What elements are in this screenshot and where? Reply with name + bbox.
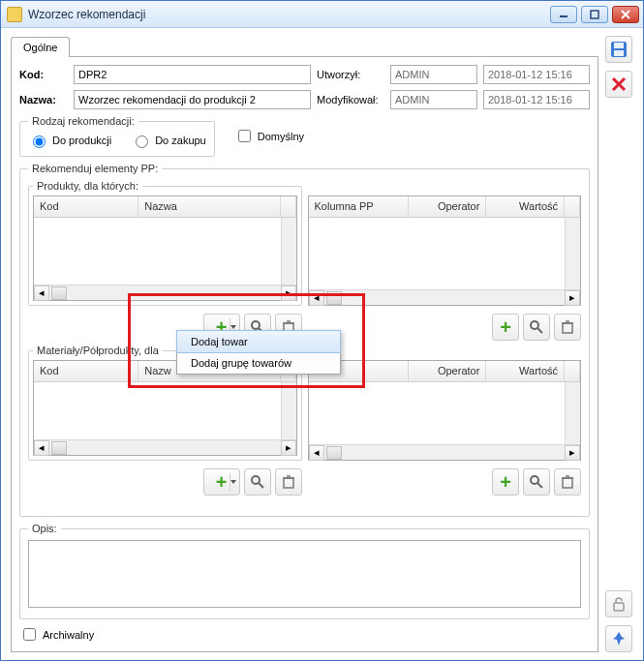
svg-rect-12 bbox=[563, 323, 572, 333]
svg-line-11 bbox=[537, 328, 542, 333]
trash-button[interactable] bbox=[554, 314, 581, 341]
opis-label: Opis: bbox=[28, 523, 61, 534]
save-icon bbox=[610, 41, 628, 58]
utworzyl-label: Utworzył: bbox=[317, 69, 384, 80]
save-button[interactable] bbox=[605, 36, 632, 63]
svg-point-16 bbox=[252, 476, 260, 484]
svg-rect-27 bbox=[614, 43, 624, 48]
add-icon: + bbox=[500, 472, 511, 492]
menu-item-dodaj-grupe[interactable]: Dodaj grupę towarów bbox=[177, 352, 340, 374]
delete-icon bbox=[611, 76, 627, 92]
kod-label: Kod: bbox=[19, 69, 68, 80]
scroll-right-icon[interactable]: ▸ bbox=[281, 440, 296, 456]
maximize-button[interactable] bbox=[581, 6, 608, 23]
add-button[interactable]: + bbox=[492, 314, 519, 341]
col-kod[interactable]: Kod bbox=[34, 361, 138, 381]
scroll-thumb[interactable] bbox=[326, 291, 342, 305]
delete-button[interactable] bbox=[605, 71, 632, 98]
chevron-down-icon bbox=[230, 480, 236, 484]
rekomenduj-legend: Rekomenduj elementy PP: bbox=[28, 163, 162, 174]
scroll-thumb[interactable] bbox=[51, 441, 67, 455]
default-checkbox-input[interactable] bbox=[238, 130, 251, 142]
svg-rect-18 bbox=[284, 478, 293, 488]
scroll-left-icon[interactable]: ◂ bbox=[34, 285, 49, 301]
kod-input[interactable] bbox=[74, 65, 311, 84]
materialy-legend: Materiały/Półprodukty, dla bbox=[33, 345, 163, 356]
trash-icon bbox=[561, 319, 574, 335]
context-menu: Dodaj towar Dodaj grupę towarów bbox=[176, 330, 341, 375]
add-button-split[interactable]: + bbox=[203, 468, 240, 496]
scrollbar-h[interactable]: ◂ ▸ bbox=[34, 285, 296, 300]
scrollbar-v[interactable] bbox=[565, 218, 580, 289]
scroll-left-icon[interactable]: ◂ bbox=[309, 290, 324, 306]
utworzyl-user bbox=[390, 65, 477, 84]
modyfikowal-user bbox=[390, 90, 477, 109]
scroll-right-icon[interactable]: ▸ bbox=[565, 445, 580, 461]
scroll-thumb[interactable] bbox=[326, 446, 342, 460]
svg-marker-4 bbox=[230, 325, 236, 329]
opis-textarea[interactable] bbox=[28, 540, 581, 608]
radio-do-zakupu[interactable]: Do zakupu bbox=[131, 133, 206, 148]
tab-strip: Ogólne bbox=[11, 36, 598, 56]
svg-rect-31 bbox=[614, 603, 624, 611]
app-window: Wzorzec rekomendacji Ogólne Kod: bbox=[0, 0, 644, 661]
col-operator[interactable]: Operator bbox=[409, 361, 487, 381]
search-button[interactable] bbox=[523, 314, 550, 341]
pin-button[interactable] bbox=[605, 625, 632, 652]
col-wartosc[interactable]: Wartość bbox=[486, 196, 565, 217]
close-button[interactable] bbox=[612, 6, 639, 23]
radio-do-produkcji[interactable]: Do produkcji bbox=[28, 133, 111, 148]
col-wartosc[interactable]: Wartość bbox=[486, 361, 565, 381]
scrollbar-h[interactable]: ◂ ▸ bbox=[34, 439, 296, 455]
add-button[interactable]: + bbox=[492, 468, 519, 496]
radio-do-produkcji-input[interactable] bbox=[33, 135, 46, 148]
search-button[interactable] bbox=[523, 468, 550, 496]
unlock-icon bbox=[611, 596, 627, 612]
search-icon bbox=[529, 319, 544, 335]
scrollbar-h[interactable]: ◂ ▸ bbox=[309, 444, 581, 460]
scroll-right-icon[interactable]: ▸ bbox=[281, 285, 296, 301]
trash-button[interactable] bbox=[275, 468, 302, 496]
scroll-left-icon[interactable]: ◂ bbox=[34, 440, 49, 456]
svg-point-5 bbox=[252, 321, 260, 329]
titlebar: Wzorzec rekomendacji bbox=[1, 1, 643, 28]
archiwalny-checkbox-input[interactable] bbox=[23, 628, 36, 641]
menu-item-dodaj-towar[interactable]: Dodaj towar bbox=[176, 330, 341, 353]
maximize-icon bbox=[590, 10, 599, 19]
minimize-button[interactable] bbox=[550, 6, 577, 23]
nazwa-label: Nazwa: bbox=[19, 94, 68, 105]
scrollbar-v[interactable] bbox=[565, 382, 580, 444]
col-kolumna-pp[interactable]: Kolumna PP bbox=[309, 196, 409, 217]
svg-point-21 bbox=[531, 476, 538, 484]
col-nazwa[interactable]: Nazwa bbox=[138, 196, 280, 217]
scroll-thumb[interactable] bbox=[51, 286, 67, 300]
trash-button[interactable] bbox=[554, 468, 581, 496]
search-button[interactable] bbox=[244, 468, 271, 496]
grid-produkty[interactable]: Kod Nazwa ◂ bbox=[33, 195, 297, 301]
grid-produkty-cond[interactable]: Kolumna PP Operator Wartość ◂ bbox=[308, 195, 582, 306]
radio-do-zakupu-input[interactable] bbox=[136, 135, 148, 148]
svg-rect-28 bbox=[614, 50, 624, 56]
app-icon bbox=[7, 7, 22, 22]
grid-materialy-cond[interactable]: Operator Wartość ◂ ▸ bbox=[308, 360, 582, 461]
archiwalny-checkbox[interactable]: Archiwalny bbox=[19, 625, 590, 644]
scrollbar-v[interactable] bbox=[281, 382, 296, 439]
nazwa-input[interactable] bbox=[74, 90, 311, 109]
trash-icon bbox=[282, 474, 295, 490]
minimize-icon bbox=[559, 10, 568, 19]
produkty-legend: Produkty, dla których: bbox=[33, 180, 142, 192]
scroll-right-icon[interactable]: ▸ bbox=[565, 290, 580, 306]
default-checkbox[interactable]: Domyślny bbox=[234, 127, 304, 145]
tab-general[interactable]: Ogólne bbox=[11, 37, 70, 57]
dropdown-handle[interactable] bbox=[230, 473, 237, 491]
scrollbar-v[interactable] bbox=[281, 218, 296, 285]
modyfikowal-label: Modyfikował: bbox=[317, 94, 384, 105]
opis-group: Opis: bbox=[19, 523, 590, 619]
col-kod[interactable]: Kod bbox=[34, 196, 138, 217]
unlock-button[interactable] bbox=[605, 590, 632, 617]
search-icon bbox=[250, 474, 265, 490]
scroll-left-icon[interactable]: ◂ bbox=[309, 445, 324, 461]
col-operator[interactable]: Operator bbox=[409, 196, 487, 217]
scrollbar-h[interactable]: ◂ ▸ bbox=[309, 289, 581, 305]
svg-point-10 bbox=[531, 321, 538, 329]
